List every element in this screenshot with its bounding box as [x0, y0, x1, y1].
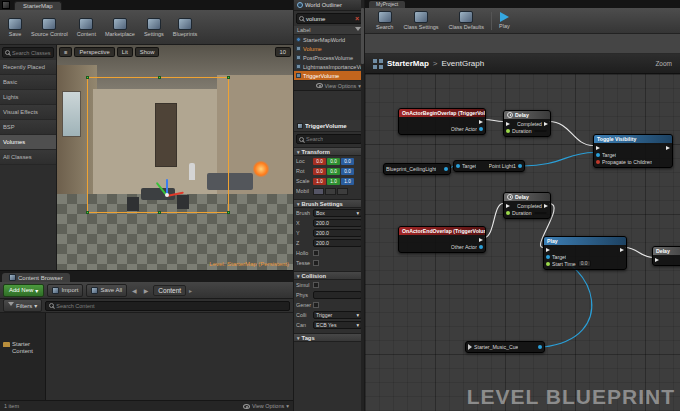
modes-item-recently-placed[interactable]: Recently Placed: [0, 60, 56, 75]
asset-grid[interactable]: [46, 313, 293, 400]
show-button[interactable]: Show: [135, 47, 160, 57]
event-graph[interactable]: OnActorBeginOverlap (TriggerVolume) Othe…: [365, 74, 680, 411]
save-all-button[interactable]: Save All: [86, 284, 127, 297]
viewport[interactable]: ≡ Perspective Lit Show 10 Level: Starter…: [57, 45, 293, 270]
clear-search-icon[interactable]: ×: [355, 15, 359, 22]
selection-handle[interactable]: [158, 76, 161, 79]
forward-button[interactable]: ▶: [142, 286, 151, 295]
node-blueprint-ceiling-light[interactable]: Blueprint_CeilingLight: [383, 163, 451, 175]
exec-in-pin[interactable]: [655, 258, 659, 262]
back-button[interactable]: ◀: [130, 286, 139, 295]
location-x-field[interactable]: 0.0: [313, 158, 326, 165]
mobility-stationary-button[interactable]: [325, 188, 336, 195]
node-toggle-visibility[interactable]: Toggle Visibility Target Propagate to Ch…: [593, 134, 673, 168]
generate-overlap-checkbox[interactable]: [313, 302, 319, 308]
node-delay-2[interactable]: Delay Completed Duration: [503, 192, 551, 219]
exec-in-pin[interactable]: [596, 146, 600, 150]
play-button[interactable]: Play: [496, 10, 513, 31]
lit-button[interactable]: Lit: [117, 47, 133, 57]
exec-in-pin[interactable]: [546, 248, 550, 252]
mobility-static-button[interactable]: [313, 188, 324, 195]
content-button[interactable]: Content: [74, 16, 99, 39]
section-tags[interactable]: ▾ Tags: [294, 333, 364, 342]
location-z-field[interactable]: 0.0: [341, 158, 354, 165]
exec-out-pin[interactable]: [479, 238, 483, 242]
node-delay-1[interactable]: Delay Completed Duration: [503, 110, 551, 137]
tessellated-checkbox[interactable]: [313, 260, 319, 266]
tree-item-starter-content[interactable]: Starter Content: [3, 341, 42, 355]
collision-presets-dropdown[interactable]: Trigger ▾: [313, 311, 362, 319]
brush-z-field[interactable]: 200.0: [313, 239, 362, 247]
modes-item-lights[interactable]: Lights: [0, 90, 56, 105]
viewport-menu-button[interactable]: ≡: [59, 47, 72, 57]
node-play[interactable]: Play Target Start Time 0.0: [543, 236, 627, 270]
start-time-pin[interactable]: [546, 262, 550, 266]
settings-button[interactable]: Settings: [141, 16, 167, 39]
propagate-pin[interactable]: [596, 160, 600, 164]
tab-content-browser[interactable]: Content Browser: [2, 273, 70, 282]
section-collision[interactable]: ▾ Collision: [294, 271, 364, 280]
blueprints-button[interactable]: Blueprints: [170, 16, 200, 39]
outliner-row-volume[interactable]: Volume: [294, 44, 364, 53]
other-actor-pin[interactable]: [479, 127, 483, 131]
import-button[interactable]: Import: [47, 284, 83, 297]
class-settings-button[interactable]: Class Settings: [400, 9, 441, 32]
outliner-row-postprocess-volume[interactable]: PostProcessVolume: [294, 53, 364, 62]
duration-pin[interactable]: [506, 129, 510, 133]
gizmo-center[interactable]: [165, 193, 169, 197]
selection-handle[interactable]: [86, 76, 89, 79]
outliner-search-input[interactable]: volume ×: [296, 13, 362, 24]
selection-handle[interactable]: [227, 76, 230, 79]
breadcrumb-content[interactable]: Content: [153, 285, 186, 296]
completed-pin[interactable]: [544, 204, 548, 208]
section-brush-settings[interactable]: ▾ Brush Settings: [294, 199, 364, 208]
modes-search-input[interactable]: Search Classes: [2, 47, 54, 58]
breadcrumb-startermap[interactable]: StarterMap: [387, 59, 429, 68]
selection-handle[interactable]: [158, 211, 161, 214]
simulate-checkbox[interactable]: [313, 282, 319, 288]
rotation-y-field[interactable]: 0.0: [327, 168, 340, 175]
modes-item-visual-effects[interactable]: Visual Effects: [0, 105, 56, 120]
completed-pin[interactable]: [544, 122, 548, 126]
scrollbar-thumb[interactable]: [361, 8, 364, 64]
breadcrumb-eventgraph[interactable]: EventGraph: [441, 59, 484, 68]
component-out-pin[interactable]: [518, 164, 522, 168]
node-point-light[interactable]: Target Point Light1: [453, 160, 525, 172]
object-out-pin[interactable]: [444, 167, 448, 171]
camera-speed-button[interactable]: 10: [275, 47, 291, 57]
view-options-button[interactable]: View Options ▾: [243, 403, 289, 409]
filters-button[interactable]: Filters ▾: [3, 299, 42, 312]
duration-value-field[interactable]: [534, 130, 547, 132]
step-up-dropdown[interactable]: ECB Yes ▾: [313, 321, 362, 329]
window-tab-myproject[interactable]: MyProject: [369, 1, 405, 8]
node-on-actor-begin-overlap[interactable]: OnActorBeginOverlap (TriggerVolume) Othe…: [398, 108, 486, 135]
save-button[interactable]: Save: [5, 16, 25, 39]
target-pin[interactable]: [546, 255, 550, 259]
other-actor-pin[interactable]: [479, 245, 483, 249]
section-transform[interactable]: ▾ Transform: [294, 147, 364, 156]
node-on-actor-end-overlap[interactable]: OnActorEndOverlap (TriggerVolume) Other …: [398, 226, 486, 253]
marketplace-button[interactable]: Marketplace: [102, 16, 138, 39]
outliner-row-world[interactable]: StarterMapWorld: [294, 35, 364, 44]
source-control-button[interactable]: Source Control: [28, 16, 71, 39]
brush-y-field[interactable]: 200.0: [313, 229, 362, 237]
physics-field[interactable]: [313, 291, 362, 299]
details-scrollbar[interactable]: [361, 0, 364, 411]
exec-out-pin[interactable]: [620, 248, 624, 252]
content-search-input[interactable]: Search Content: [45, 301, 290, 311]
hollow-checkbox[interactable]: [313, 250, 319, 256]
modes-item-all-classes[interactable]: All Classes: [0, 150, 56, 165]
rotation-x-field[interactable]: 0.0: [313, 168, 326, 175]
selection-handle[interactable]: [227, 211, 230, 214]
modes-item-basic[interactable]: Basic: [0, 75, 56, 90]
bp-search-button[interactable]: Search: [373, 9, 396, 32]
perspective-button[interactable]: Perspective: [74, 47, 114, 57]
audio-out-pin[interactable]: [538, 345, 542, 349]
brush-type-dropdown[interactable]: Box ▾: [313, 209, 362, 217]
window-tab-startermap[interactable]: StarterMap: [14, 1, 62, 10]
trigger-volume-selection-box[interactable]: [87, 77, 229, 213]
mobility-movable-button[interactable]: [337, 188, 348, 195]
modes-item-bsp[interactable]: BSP: [0, 120, 56, 135]
details-search-input[interactable]: Search: [296, 134, 362, 144]
scale-z-field[interactable]: 1.0: [341, 178, 354, 185]
